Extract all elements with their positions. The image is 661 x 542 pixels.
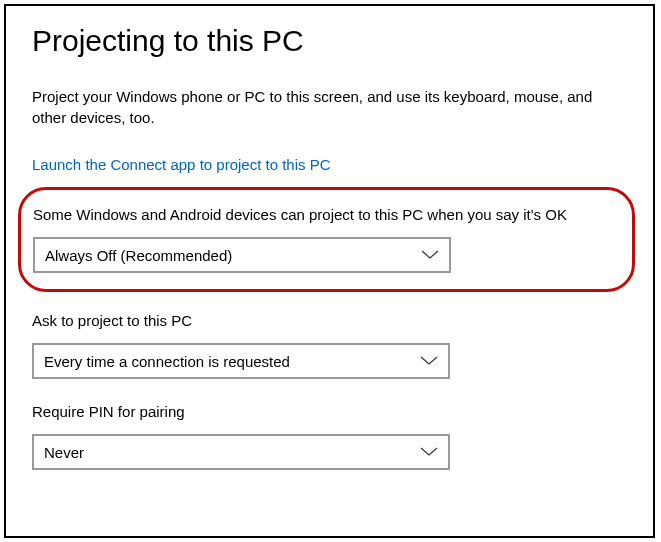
dropdown-value: Always Off (Recommended): [45, 247, 232, 264]
dropdown-value: Never: [44, 444, 84, 461]
chevron-down-icon: [420, 356, 438, 366]
require-pin-label: Require PIN for pairing: [32, 401, 627, 422]
highlighted-setting: Some Windows and Android devices can pro…: [18, 187, 635, 292]
projection-permission-label: Some Windows and Android devices can pro…: [33, 204, 620, 225]
chevron-down-icon: [420, 447, 438, 457]
page-description: Project your Windows phone or PC to this…: [32, 86, 627, 128]
settings-panel: Projecting to this PC Project your Windo…: [4, 4, 655, 538]
ask-to-project-label: Ask to project to this PC: [32, 310, 627, 331]
require-pin-dropdown[interactable]: Never: [32, 434, 450, 470]
dropdown-value: Every time a connection is requested: [44, 353, 290, 370]
ask-to-project-dropdown[interactable]: Every time a connection is requested: [32, 343, 450, 379]
launch-connect-link[interactable]: Launch the Connect app to project to thi…: [32, 156, 627, 173]
require-pin-setting: Require PIN for pairing Never: [32, 401, 627, 470]
page-title: Projecting to this PC: [32, 24, 627, 58]
ask-to-project-setting: Ask to project to this PC Every time a c…: [32, 310, 627, 379]
projection-permission-dropdown[interactable]: Always Off (Recommended): [33, 237, 451, 273]
chevron-down-icon: [421, 250, 439, 260]
